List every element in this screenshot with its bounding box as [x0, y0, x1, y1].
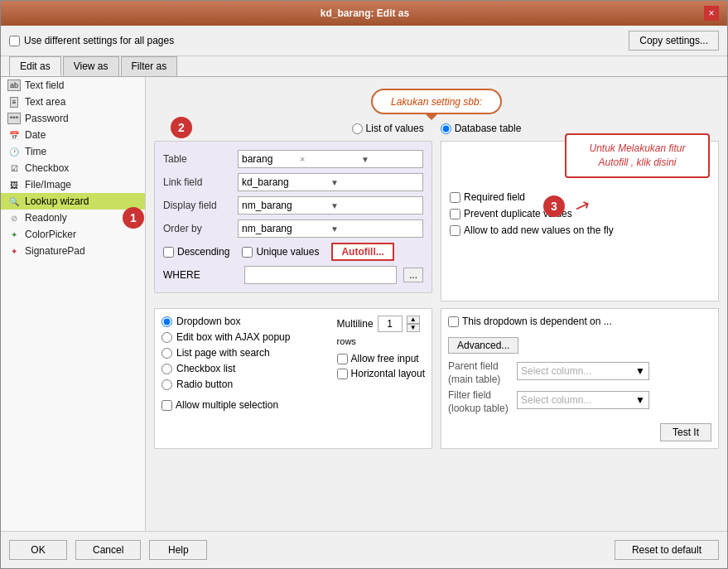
radio-button-label[interactable]: Radio button: [162, 379, 290, 390]
use-different-settings-label[interactable]: Use different settings for all pages: [9, 35, 174, 46]
filter-field-select[interactable]: Select column... ▼: [517, 391, 649, 409]
linkfield-dropdown-icon[interactable]: ▼: [330, 178, 419, 187]
sidebar-item-textfield[interactable]: ab Text field: [1, 77, 145, 94]
radio-button-radio[interactable]: [162, 379, 172, 390]
sidebar-item-colorpicker[interactable]: ✦ ColorPicker: [1, 226, 145, 243]
multiline-up-button[interactable]: ▲: [407, 316, 420, 324]
copy-settings-button[interactable]: Copy settings...: [629, 31, 719, 51]
multiline-down-button[interactable]: ▼: [407, 324, 420, 332]
parent-field-row: Parent field (main table) Select column.…: [448, 360, 711, 386]
table-row: Table barang × ▼: [163, 150, 423, 168]
multiline-row: Multiline ▲ ▼: [337, 316, 425, 332]
ok-button[interactable]: OK: [9, 540, 67, 560]
dropdown-box-radio[interactable]: [162, 316, 172, 327]
sidebar-item-checkbox[interactable]: ☑ Checkbox: [1, 160, 145, 176]
checkbox-list-label[interactable]: Checkbox list: [162, 363, 290, 374]
allow-multi-checkbox[interactable]: [162, 400, 172, 411]
lower-area: Dropdown box Edit box with AJAX popup Li…: [154, 308, 719, 449]
displayfield-dropdown-icon[interactable]: ▼: [330, 201, 419, 210]
readonly-icon: ⊘: [7, 212, 21, 224]
dependent-checkbox[interactable]: [448, 316, 459, 327]
close-button[interactable]: ×: [704, 6, 719, 21]
list-page-radio[interactable]: [162, 348, 172, 359]
multiline-value-input[interactable]: [378, 316, 403, 332]
sidebar-item-fileimage[interactable]: 🖼 File/Image: [1, 176, 145, 193]
allow-free-checkbox[interactable]: [337, 354, 348, 364]
sidebar-item-signaturepad[interactable]: ✦ SignaturePad: [1, 243, 145, 259]
top-bar: Use different settings for all pages Cop…: [1, 26, 727, 56]
displayfield-select[interactable]: nm_barang ▼: [238, 196, 423, 215]
allow-multi-label[interactable]: Allow multiple selection: [162, 399, 425, 411]
lower-right-panel: This dropdown is dependent on ... Advanc…: [441, 308, 719, 449]
table-clear-icon[interactable]: ×: [300, 154, 358, 164]
unique-values-label[interactable]: Unique values: [242, 246, 319, 258]
tab-filter-as[interactable]: Filter as: [121, 56, 178, 76]
table-select[interactable]: barang × ▼: [238, 150, 423, 168]
multiline-spinner: ▲ ▼: [407, 316, 420, 332]
allow-free-label[interactable]: Allow free input: [337, 353, 425, 364]
descending-label[interactable]: Descending: [163, 246, 229, 258]
table-dropdown-icon[interactable]: ▼: [361, 155, 419, 164]
where-input[interactable]: [244, 266, 397, 284]
tabs-bar: Edit as View as Filter as: [1, 56, 727, 77]
test-it-button[interactable]: Test It: [660, 423, 711, 441]
parent-field-group: Parent field (main table) Select column.…: [448, 360, 711, 415]
side-options: Multiline ▲ ▼ rows Allow free input: [337, 316, 425, 379]
sidebar: ab Text field ≡ Text area *** Password 📅…: [1, 77, 146, 531]
displayfield-row: Display field nm_barang ▼: [163, 196, 423, 215]
checkbox-list-radio[interactable]: [162, 364, 172, 374]
prevent-dup-checkbox[interactable]: [450, 209, 460, 219]
callout-box: Untuk Melakukan fitur Autofill , klik di…: [565, 133, 710, 178]
bottom-bar: OK Cancel Help Reset to default: [1, 531, 727, 568]
orderby-row: Order by nm_barang ▼: [163, 219, 423, 238]
textfield-icon: ab: [7, 80, 21, 91]
autofill-button[interactable]: Autofill...: [331, 243, 393, 261]
window-title: kd_barang: Edit as: [26, 7, 704, 19]
database-table-radio-label[interactable]: Database table: [441, 123, 522, 134]
orderby-dropdown-icon[interactable]: ▼: [330, 224, 419, 234]
dropdown-box-label[interactable]: Dropdown box: [162, 316, 290, 327]
signaturepad-icon: ✦: [7, 245, 21, 257]
tab-edit-as[interactable]: Edit as: [9, 56, 61, 76]
where-row: WHERE ...: [163, 266, 423, 284]
database-table-radio[interactable]: [441, 123, 451, 134]
use-different-settings-checkbox[interactable]: [9, 36, 20, 46]
orderby-select[interactable]: nm_barang ▼: [238, 219, 423, 238]
rows-label: rows: [337, 336, 425, 346]
list-of-values-radio[interactable]: [352, 123, 363, 134]
allow-add-checkbox[interactable]: [450, 225, 460, 236]
linkfield-row: Link field kd_barang ▼: [163, 173, 423, 191]
main-content: ab Text field ≡ Text area *** Password 📅…: [1, 77, 727, 531]
options-row: Descending Unique values Autofill...: [163, 243, 423, 261]
descending-checkbox[interactable]: [163, 247, 174, 258]
sidebar-item-time[interactable]: 🕐 Time: [1, 143, 145, 160]
lower-left-panel: Dropdown box Edit box with AJAX popup Li…: [154, 308, 432, 449]
filter-field-dropdown-icon[interactable]: ▼: [635, 394, 645, 406]
password-icon: ***: [7, 113, 21, 124]
sidebar-item-date[interactable]: 📅 Date: [1, 127, 145, 143]
dependent-label[interactable]: This dropdown is dependent on ...: [448, 316, 711, 327]
edit-box-label[interactable]: Edit box with AJAX popup: [162, 331, 290, 343]
parent-field-select[interactable]: Select column... ▼: [517, 362, 649, 380]
unique-values-checkbox[interactable]: [242, 247, 253, 258]
list-page-label[interactable]: List page with search: [162, 347, 290, 359]
advanced-button[interactable]: Advanced...: [448, 337, 518, 354]
required-field-checkbox[interactable]: [450, 192, 460, 203]
edit-box-radio[interactable]: [162, 332, 172, 343]
horizontal-layout-label[interactable]: Horizontal layout: [337, 368, 425, 379]
filter-field-row: Filter field (lookup table) Select colum…: [448, 389, 711, 415]
tab-view-as[interactable]: View as: [63, 56, 119, 76]
allow-add-label[interactable]: Allow to add new values on the fly: [450, 224, 710, 236]
linkfield-select[interactable]: kd_barang ▼: [238, 173, 423, 191]
reset-button[interactable]: Reset to default: [615, 540, 719, 560]
sidebar-item-password[interactable]: *** Password: [1, 110, 145, 127]
sidebar-item-textarea[interactable]: ≡ Text area: [1, 94, 145, 110]
cancel-button[interactable]: Cancel: [75, 540, 141, 560]
horizontal-layout-checkbox[interactable]: [337, 369, 348, 379]
textarea-icon: ≡: [7, 96, 21, 108]
help-button[interactable]: Help: [149, 540, 207, 560]
where-dots-button[interactable]: ...: [403, 268, 423, 282]
parent-field-dropdown-icon[interactable]: ▼: [635, 365, 645, 377]
list-of-values-radio-label[interactable]: List of values: [352, 123, 424, 134]
checkbox-icon: ☑: [7, 162, 21, 174]
